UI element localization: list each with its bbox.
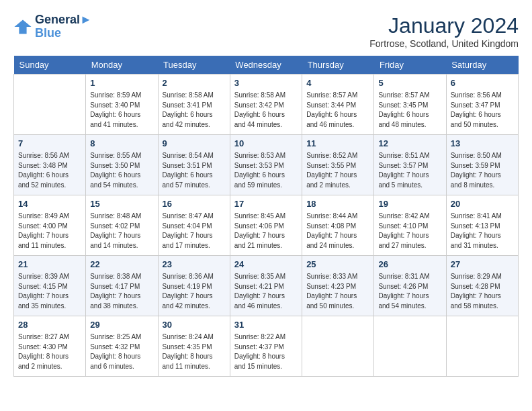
calendar-cell: 25Sunrise: 8:33 AMSunset: 4:23 PMDayligh… [302, 256, 374, 316]
day-info: Sunrise: 8:31 AMSunset: 4:26 PMDaylight:… [378, 272, 441, 311]
calendar-cell: 24Sunrise: 8:35 AMSunset: 4:21 PMDayligh… [230, 256, 302, 316]
day-number: 27 [451, 259, 514, 271]
calendar-cell: 27Sunrise: 8:29 AMSunset: 4:28 PMDayligh… [446, 256, 518, 316]
calendar-cell: 9Sunrise: 8:54 AMSunset: 3:51 PMDaylight… [158, 135, 230, 195]
day-info: Sunrise: 8:56 AMSunset: 3:48 PMDaylight:… [18, 151, 81, 190]
day-info: Sunrise: 8:55 AMSunset: 3:50 PMDaylight:… [90, 151, 153, 190]
day-info: Sunrise: 8:53 AMSunset: 3:53 PMDaylight:… [234, 151, 298, 190]
day-number: 14 [18, 198, 81, 210]
day-number: 28 [18, 319, 81, 331]
calendar-cell: 17Sunrise: 8:45 AMSunset: 4:06 PMDayligh… [230, 195, 302, 256]
day-info: Sunrise: 8:47 AMSunset: 4:04 PMDaylight:… [163, 212, 226, 250]
day-number: 18 [306, 198, 369, 210]
calendar-cell: 16Sunrise: 8:47 AMSunset: 4:04 PMDayligh… [158, 195, 230, 256]
day-info: Sunrise: 8:45 AMSunset: 4:06 PMDaylight:… [234, 212, 298, 250]
day-number: 29 [90, 319, 153, 331]
calendar-cell: 10Sunrise: 8:53 AMSunset: 3:53 PMDayligh… [230, 135, 302, 195]
day-number: 10 [234, 138, 298, 150]
day-number: 17 [234, 198, 298, 210]
calendar-cell [374, 316, 446, 377]
day-info: Sunrise: 8:22 AMSunset: 4:37 PMDaylight:… [234, 332, 298, 371]
calendar-cell: 8Sunrise: 8:55 AMSunset: 3:50 PMDaylight… [86, 135, 158, 195]
logo-icon [13, 17, 32, 36]
calendar-week-row: 7Sunrise: 8:56 AMSunset: 3:48 PMDaylight… [14, 135, 519, 195]
calendar-week-row: 21Sunrise: 8:39 AMSunset: 4:15 PMDayligh… [14, 256, 519, 316]
day-number: 12 [378, 138, 441, 150]
day-header-monday: Monday [86, 56, 158, 75]
calendar-cell: 6Sunrise: 8:56 AMSunset: 3:47 PMDaylight… [446, 75, 518, 135]
svg-marker-0 [14, 19, 31, 34]
calendar-cell [14, 75, 86, 135]
calendar-cell: 3Sunrise: 8:58 AMSunset: 3:42 PMDaylight… [230, 75, 302, 135]
day-info: Sunrise: 8:44 AMSunset: 4:08 PMDaylight:… [306, 212, 369, 250]
day-header-tuesday: Tuesday [158, 56, 230, 75]
day-info: Sunrise: 8:33 AMSunset: 4:23 PMDaylight:… [306, 272, 369, 311]
day-number: 4 [306, 77, 369, 89]
calendar-week-row: 14Sunrise: 8:49 AMSunset: 4:00 PMDayligh… [14, 195, 519, 256]
calendar-cell: 31Sunrise: 8:22 AMSunset: 4:37 PMDayligh… [230, 316, 302, 377]
calendar-cell [302, 316, 374, 377]
day-info: Sunrise: 8:59 AMSunset: 3:40 PMDaylight:… [90, 91, 153, 130]
day-number: 3 [234, 77, 298, 89]
day-info: Sunrise: 8:57 AMSunset: 3:45 PMDaylight:… [378, 91, 441, 130]
calendar-cell: 26Sunrise: 8:31 AMSunset: 4:26 PMDayligh… [374, 256, 446, 316]
calendar-cell: 14Sunrise: 8:49 AMSunset: 4:00 PMDayligh… [14, 195, 86, 256]
calendar-cell: 20Sunrise: 8:41 AMSunset: 4:13 PMDayligh… [446, 195, 518, 256]
calendar-cell: 23Sunrise: 8:36 AMSunset: 4:19 PMDayligh… [158, 256, 230, 316]
day-number: 8 [90, 138, 153, 150]
calendar-cell: 29Sunrise: 8:25 AMSunset: 4:32 PMDayligh… [86, 316, 158, 377]
calendar-cell: 11Sunrise: 8:52 AMSunset: 3:55 PMDayligh… [302, 135, 374, 195]
calendar-cell: 2Sunrise: 8:58 AMSunset: 3:41 PMDaylight… [158, 75, 230, 135]
day-info: Sunrise: 8:50 AMSunset: 3:59 PMDaylight:… [451, 151, 514, 190]
day-number: 9 [163, 138, 226, 150]
day-info: Sunrise: 8:56 AMSunset: 3:47 PMDaylight:… [451, 91, 514, 130]
calendar-cell: 19Sunrise: 8:42 AMSunset: 4:10 PMDayligh… [374, 195, 446, 256]
day-header-saturday: Saturday [446, 56, 518, 75]
calendar-cell: 12Sunrise: 8:51 AMSunset: 3:57 PMDayligh… [374, 135, 446, 195]
calendar-cell: 4Sunrise: 8:57 AMSunset: 3:44 PMDaylight… [302, 75, 374, 135]
day-info: Sunrise: 8:58 AMSunset: 3:41 PMDaylight:… [163, 91, 226, 130]
calendar-cell: 13Sunrise: 8:50 AMSunset: 3:59 PMDayligh… [446, 135, 518, 195]
day-info: Sunrise: 8:38 AMSunset: 4:17 PMDaylight:… [90, 272, 153, 311]
day-info: Sunrise: 8:42 AMSunset: 4:10 PMDaylight:… [378, 212, 441, 250]
day-header-sunday: Sunday [14, 56, 86, 75]
day-number: 26 [378, 259, 441, 271]
calendar-body: 1Sunrise: 8:59 AMSunset: 3:40 PMDaylight… [14, 75, 519, 377]
logo: General► Blue [13, 13, 92, 40]
day-info: Sunrise: 8:41 AMSunset: 4:13 PMDaylight:… [451, 212, 514, 250]
day-number: 2 [163, 77, 226, 89]
day-number: 25 [306, 259, 369, 271]
calendar-week-row: 28Sunrise: 8:27 AMSunset: 4:30 PMDayligh… [14, 316, 519, 377]
calendar-cell: 7Sunrise: 8:56 AMSunset: 3:48 PMDaylight… [14, 135, 86, 195]
day-number: 24 [234, 259, 298, 271]
day-number: 1 [90, 77, 153, 89]
calendar-cell: 28Sunrise: 8:27 AMSunset: 4:30 PMDayligh… [14, 316, 86, 377]
day-info: Sunrise: 8:54 AMSunset: 3:51 PMDaylight:… [163, 151, 226, 190]
day-number: 16 [163, 198, 226, 210]
day-number: 30 [163, 319, 226, 331]
calendar-cell: 1Sunrise: 8:59 AMSunset: 3:40 PMDaylight… [86, 75, 158, 135]
calendar-cell: 18Sunrise: 8:44 AMSunset: 4:08 PMDayligh… [302, 195, 374, 256]
location: Fortrose, Scotland, United Kingdom [369, 38, 519, 49]
day-info: Sunrise: 8:39 AMSunset: 4:15 PMDaylight:… [18, 272, 81, 311]
day-info: Sunrise: 8:58 AMSunset: 3:42 PMDaylight:… [234, 91, 298, 130]
day-info: Sunrise: 8:52 AMSunset: 3:55 PMDaylight:… [306, 151, 369, 190]
day-number: 31 [234, 319, 298, 331]
calendar-cell: 15Sunrise: 8:48 AMSunset: 4:02 PMDayligh… [86, 195, 158, 256]
day-number: 13 [451, 138, 514, 150]
day-info: Sunrise: 8:29 AMSunset: 4:28 PMDaylight:… [451, 272, 514, 311]
day-number: 5 [378, 77, 441, 89]
calendar-cell: 22Sunrise: 8:38 AMSunset: 4:17 PMDayligh… [86, 256, 158, 316]
page-header: General► Blue January 2024 Fortrose, Sco… [13, 13, 519, 49]
day-info: Sunrise: 8:48 AMSunset: 4:02 PMDaylight:… [90, 212, 153, 250]
calendar-cell: 5Sunrise: 8:57 AMSunset: 3:45 PMDaylight… [374, 75, 446, 135]
day-number: 7 [18, 138, 81, 150]
day-number: 15 [90, 198, 153, 210]
day-info: Sunrise: 8:36 AMSunset: 4:19 PMDaylight:… [163, 272, 226, 311]
day-header-thursday: Thursday [302, 56, 374, 75]
logo-text: General► Blue [35, 13, 92, 40]
calendar-cell: 21Sunrise: 8:39 AMSunset: 4:15 PMDayligh… [14, 256, 86, 316]
day-header-friday: Friday [374, 56, 446, 75]
day-number: 21 [18, 259, 81, 271]
day-info: Sunrise: 8:24 AMSunset: 4:35 PMDaylight:… [163, 332, 226, 371]
